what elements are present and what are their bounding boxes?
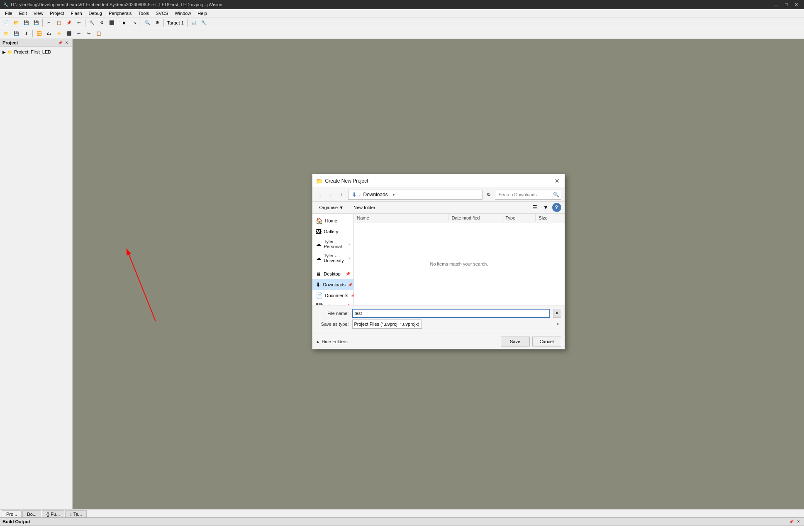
tb-misc1[interactable]: 📊 — [189, 19, 198, 27]
tb-undo[interactable]: ↩ — [74, 19, 83, 27]
tb-rebuild[interactable]: ⚙ — [97, 19, 106, 27]
organise-label: Organise — [319, 205, 338, 210]
col-type[interactable]: Type — [502, 214, 536, 222]
sidebar-item-tyler-personal[interactable]: ☁ Tyler - Personal — [312, 237, 353, 251]
sidebar-item-downloads[interactable]: ⬇ Downloads 📌 — [312, 279, 353, 290]
filename-row: File name: ▼ — [316, 309, 561, 318]
create-new-project-dialog[interactable]: 📁 Create New Project ✕ ‹ › ↑ ⬇ › Downloa… — [312, 174, 565, 349]
help-button[interactable]: ? — [552, 203, 561, 212]
sda4-icon: 💾 — [316, 303, 323, 305]
tb-search[interactable]: 🔍 — [143, 19, 152, 27]
nav-up-button[interactable]: ↑ — [337, 190, 346, 199]
toolbar-sep-5 — [163, 19, 164, 27]
secondary-toolbar: 📁 💾 ⬇ 🔀 🗂 ⚡ ⬛ ↩ ↪ 📋 — [0, 28, 804, 39]
sidebar-item-sda4[interactable]: 💾 sda4 📌 — [312, 301, 353, 305]
tab-functions[interactable]: {} Fu... — [42, 510, 64, 517]
save-button[interactable]: Save — [501, 337, 530, 347]
tb2-btn9[interactable]: ↪ — [84, 29, 93, 38]
tb-cut[interactable]: ✂ — [44, 19, 54, 27]
view-dropdown-button[interactable]: ▼ — [541, 203, 551, 212]
menu-window[interactable]: Window — [171, 10, 194, 17]
cancel-button[interactable]: Cancel — [532, 337, 561, 347]
menu-edit[interactable]: Edit — [16, 10, 30, 17]
menu-file[interactable]: File — [2, 10, 16, 17]
tb2-btn4[interactable]: 🔀 — [34, 29, 44, 38]
col-size[interactable]: Size — [536, 214, 565, 222]
menu-view[interactable]: View — [30, 10, 47, 17]
panel-close-btn[interactable]: ✕ — [64, 40, 70, 46]
main-toolbar: 📄 📂 💾 💾 ✂ 📋 📌 ↩ 🔨 ⚙ ⬛ ▶ ↘ 🔍 ⚙ Target 1 📊… — [0, 17, 804, 28]
col-date[interactable]: Date modified — [448, 214, 502, 222]
tb-copy[interactable]: 📋 — [54, 19, 63, 27]
nav-forward-button[interactable]: › — [326, 190, 336, 199]
col-name[interactable]: Name — [354, 214, 448, 222]
build-output-header: Build Output 📌 ✕ — [0, 518, 804, 526]
tb2-btn8[interactable]: ↩ — [74, 29, 83, 38]
tree-project-label: Project: First_LED — [14, 49, 51, 54]
tb-build[interactable]: 🔨 — [87, 19, 96, 27]
nav-refresh-button[interactable]: ↻ — [484, 190, 493, 199]
tab-templates[interactable]: ↕ Te... — [65, 510, 86, 517]
tab-project[interactable]: Pro... — [2, 510, 22, 517]
menu-tools[interactable]: Tools — [135, 10, 153, 17]
sidebar-item-home[interactable]: 🏠 Home — [312, 215, 353, 226]
nav-back-button[interactable]: ‹ — [316, 190, 325, 199]
panel-pin-btn[interactable]: 📌 — [57, 40, 63, 46]
tb-debug[interactable]: ▶ — [120, 19, 129, 27]
build-output-pin-btn[interactable]: 📌 — [788, 519, 794, 525]
new-folder-button[interactable]: New folder — [350, 204, 379, 211]
build-output-body — [0, 526, 804, 529]
menu-svcs[interactable]: SVCS — [152, 10, 171, 17]
dialog-footer: ▲ Hide Folders Save Cancel — [312, 334, 565, 349]
new-folder-label: New folder — [353, 205, 375, 210]
view-list-button[interactable]: ☰ — [531, 203, 540, 212]
menu-help[interactable]: Help — [194, 10, 210, 17]
tb-stop[interactable]: ⬛ — [107, 19, 116, 27]
tb-step[interactable]: ↘ — [130, 19, 139, 27]
organise-button[interactable]: Organise ▼ — [316, 204, 348, 211]
close-button[interactable]: ✕ — [792, 0, 801, 9]
menu-flash[interactable]: Flash — [68, 10, 85, 17]
tb2-btn10[interactable]: 📋 — [94, 29, 103, 38]
tb-paste[interactable]: 📌 — [64, 19, 73, 27]
tb2-btn1[interactable]: 📁 — [2, 29, 11, 38]
tb2-btn2[interactable]: 💾 — [12, 29, 21, 38]
tab-books[interactable]: Bo... — [22, 510, 41, 517]
filename-dropdown-btn[interactable]: ▼ — [553, 309, 561, 318]
sidebar-item-documents[interactable]: 📄 Documents 📌 — [312, 290, 353, 301]
dialog-close-button[interactable]: ✕ — [553, 177, 561, 185]
tb2-btn5[interactable]: 🗂 — [44, 29, 54, 38]
dialog-toolbar: Organise ▼ New folder ☰ ▼ ? — [312, 202, 565, 214]
menu-project[interactable]: Project — [46, 10, 67, 17]
menu-debug[interactable]: Debug — [85, 10, 105, 17]
sidebar-item-desktop[interactable]: 🖥 Desktop 📌 — [312, 268, 353, 279]
minimize-button[interactable]: — — [771, 0, 781, 9]
tb-misc2[interactable]: 🔧 — [199, 19, 208, 27]
tab-functions-label: {} Fu... — [46, 512, 60, 517]
tb-save[interactable]: 💾 — [22, 19, 31, 27]
search-downloads-input[interactable] — [495, 190, 561, 200]
maximize-button[interactable]: □ — [782, 0, 790, 9]
organise-dropdown-icon: ▼ — [339, 205, 344, 210]
nav-path-dropdown-btn[interactable]: ▼ — [390, 193, 397, 197]
tb2-btn6[interactable]: ⚡ — [54, 29, 63, 38]
build-output-close-btn[interactable]: ✕ — [796, 519, 802, 525]
tb-settings[interactable]: ⚙ — [153, 19, 162, 27]
nav-path-text: Downloads — [363, 192, 388, 198]
tb-open[interactable]: 📂 — [12, 19, 21, 27]
tb-new[interactable]: 📄 — [2, 19, 11, 27]
dialog-overlay: 📁 Create New Project ✕ ‹ › ↑ ⬇ › Downloa… — [73, 39, 804, 509]
sidebar-tyler-university-label: Tyler - University — [324, 253, 346, 263]
hide-folders-label: Hide Folders — [322, 339, 347, 344]
tb-save-all[interactable]: 💾 — [32, 19, 41, 27]
saveas-select[interactable]: Project Files (*.uvproj; *.uvprojx) — [352, 320, 422, 329]
filename-input[interactable] — [352, 309, 550, 318]
sidebar-item-gallery[interactable]: 🖼 Gallery — [312, 226, 353, 237]
file-list-area: Name Date modified Type Size No items ma… — [354, 214, 565, 305]
tb2-btn3[interactable]: ⬇ — [22, 29, 31, 38]
sidebar-item-tyler-university[interactable]: ☁ Tyler - University — [312, 251, 353, 265]
tb2-btn7[interactable]: ⬛ — [64, 29, 73, 38]
hide-folders-button[interactable]: ▲ Hide Folders — [316, 339, 348, 344]
menu-peripherals[interactable]: Peripherals — [105, 10, 135, 17]
tree-item-project[interactable]: ▶ 📁 Project: First_LED — [2, 49, 71, 55]
